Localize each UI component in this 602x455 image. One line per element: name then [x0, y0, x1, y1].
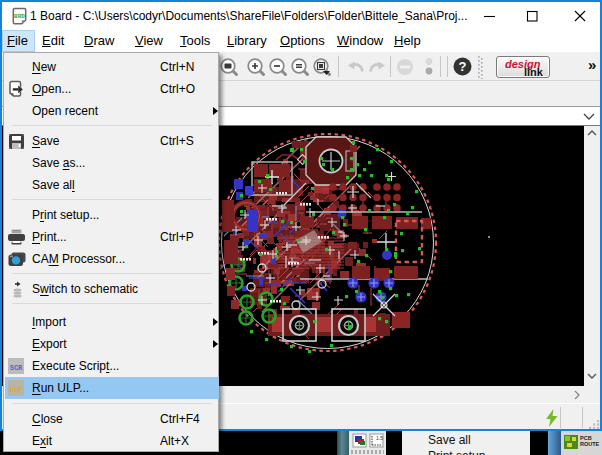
svg-text:BRD: BRD: [14, 13, 25, 20]
svg-text:?: ?: [459, 59, 467, 74]
svg-text:1.5: 1.5: [376, 435, 383, 441]
svg-text:ULP: ULP: [10, 386, 23, 394]
svg-text:SCR: SCR: [10, 364, 23, 372]
